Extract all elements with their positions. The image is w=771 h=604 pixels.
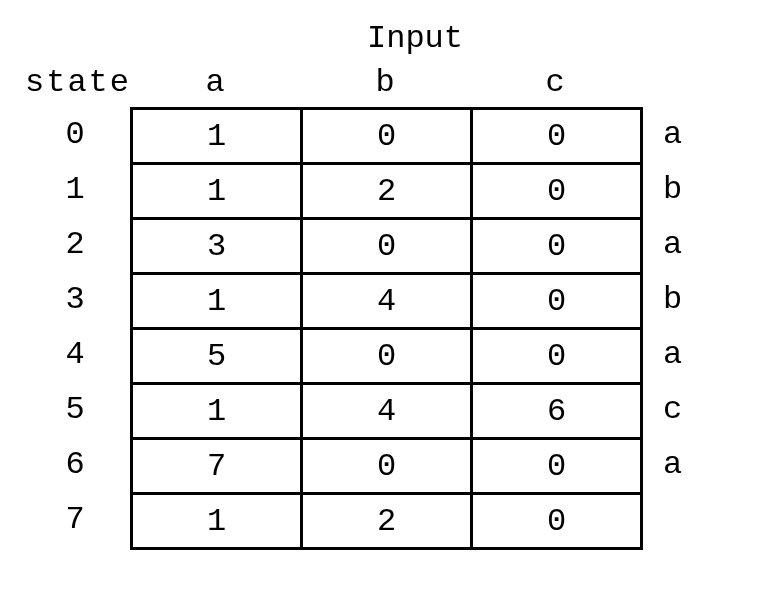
cell: 4 [302, 274, 472, 329]
cell: 2 [302, 164, 472, 219]
cell: 6 [472, 384, 642, 439]
cell: 0 [472, 329, 642, 384]
cell: 0 [302, 109, 472, 164]
right-label-column: a b a b a c a [663, 57, 682, 547]
cell: 1 [132, 274, 302, 329]
cell: 1 [132, 494, 302, 549]
right-label: a [663, 327, 682, 382]
right-label: c [663, 382, 682, 437]
cell: 0 [472, 109, 642, 164]
column-header-c: c [470, 57, 640, 107]
cell: 0 [472, 219, 642, 274]
table-row: 3 0 0 [132, 219, 642, 274]
cell: 1 [132, 109, 302, 164]
right-label: a [663, 107, 682, 162]
right-label: a [663, 217, 682, 272]
state-label: 3 [20, 272, 130, 327]
state-transition-table: Input state 0 1 2 3 4 5 6 7 a b c 1 0 0 [20, 20, 771, 550]
cell: 0 [302, 219, 472, 274]
cell: 5 [132, 329, 302, 384]
right-label: b [663, 162, 682, 217]
right-label: a [663, 437, 682, 492]
cell: 0 [302, 329, 472, 384]
column-header-b: b [300, 57, 470, 107]
table-row: 1 4 0 [132, 274, 642, 329]
state-label: 6 [20, 437, 130, 492]
cell: 4 [302, 384, 472, 439]
cell: 3 [132, 219, 302, 274]
state-label: 4 [20, 327, 130, 382]
cell: 0 [472, 439, 642, 494]
column-header-a: a [130, 57, 300, 107]
cell: 1 [132, 384, 302, 439]
state-label: 0 [20, 107, 130, 162]
transition-table: 1 0 0 1 2 0 3 0 0 1 4 0 [130, 107, 643, 550]
right-label: b [663, 272, 682, 327]
cell: 2 [302, 494, 472, 549]
table-row: 1 4 6 [132, 384, 642, 439]
cell: 0 [472, 164, 642, 219]
cell: 0 [472, 494, 642, 549]
cell: 0 [302, 439, 472, 494]
state-label: 2 [20, 217, 130, 272]
table-row: 1 0 0 [132, 109, 642, 164]
right-label [663, 492, 682, 547]
cell: 7 [132, 439, 302, 494]
state-label: 7 [20, 492, 130, 547]
table-row: 1 2 0 [132, 164, 642, 219]
table-row: 7 0 0 [132, 439, 642, 494]
column-headers: a b c [130, 57, 643, 107]
state-column: state 0 1 2 3 4 5 6 7 [20, 57, 130, 547]
table-row: 5 0 0 [132, 329, 642, 384]
cell: 1 [132, 164, 302, 219]
table-row: 1 2 0 [132, 494, 642, 549]
input-label: Input [180, 20, 650, 57]
cell: 0 [472, 274, 642, 329]
state-label: 5 [20, 382, 130, 437]
state-header: state [20, 57, 130, 107]
state-label: 1 [20, 162, 130, 217]
